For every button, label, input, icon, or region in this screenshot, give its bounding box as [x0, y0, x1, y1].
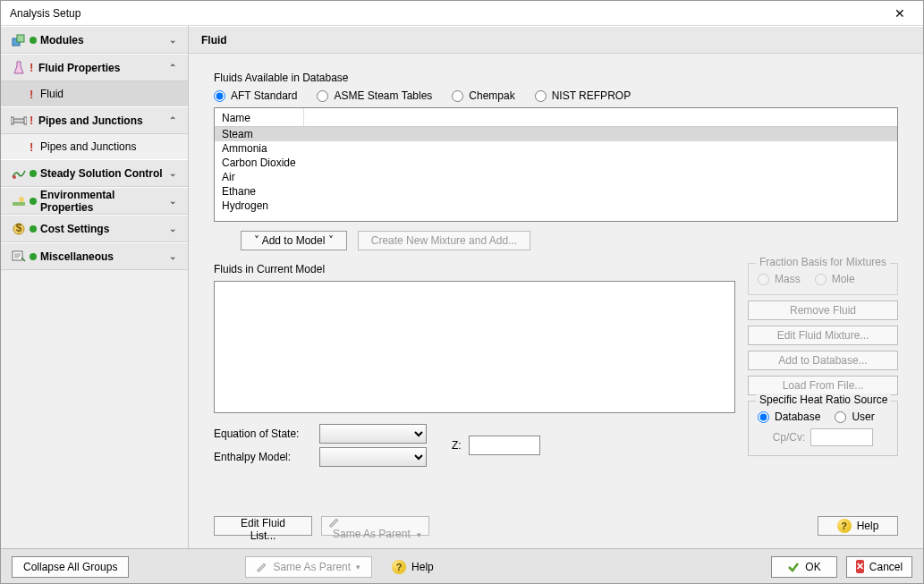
chevron-down-icon: ⌄ — [165, 251, 181, 261]
current-model-list[interactable] — [214, 281, 735, 413]
svg-text:$: $ — [16, 223, 22, 234]
svg-rect-7 — [13, 202, 25, 206]
environment-icon — [8, 195, 30, 207]
sidebar-label: Environmental Properties — [40, 189, 165, 214]
steady-icon — [8, 167, 30, 180]
sidebar-item-fluid-properties[interactable]: ! Fluid Properties ⌃ — [1, 54, 188, 81]
flask-icon — [8, 61, 30, 75]
footer-bar: Collapse All Groups Same As Parent ▾ ? H… — [1, 548, 923, 584]
sidebar-item-steady-solution[interactable]: Steady Solution Control ⌄ — [1, 159, 188, 187]
content-title: Fluid — [189, 26, 923, 54]
add-to-model-button[interactable]: ˅ Add to Model ˅ — [241, 231, 347, 250]
footer-help-button[interactable]: ? Help — [381, 556, 445, 578]
misc-icon — [8, 250, 30, 263]
status-dot-icon — [30, 253, 37, 260]
sidebar-label: Steady Solution Control — [40, 167, 165, 180]
svg-rect-4 — [24, 117, 27, 124]
edit-mixture-button: Edit Fluid Mixture... — [748, 326, 898, 345]
warning-icon: ! — [30, 88, 35, 101]
list-item[interactable]: Air — [215, 170, 897, 184]
radio-aft-standard[interactable]: AFT Standard — [214, 89, 297, 102]
sidebar-item-pipes-junctions-sub[interactable]: ! Pipes and Junctions — [1, 134, 188, 159]
sidebar-item-environmental[interactable]: Environmental Properties ⌄ — [1, 187, 188, 215]
content-panel: Fluid Fluids Available in Database AFT S… — [189, 26, 923, 548]
list-item[interactable]: Ammonia — [215, 141, 897, 156]
cpcv-input — [810, 428, 873, 446]
fluid-database-list[interactable]: Name Steam Ammonia Carbon Dioxide Air Et… — [214, 107, 898, 222]
db-radio-row: AFT Standard ASME Steam Tables Chempak N… — [214, 89, 898, 102]
sidebar-label: Fluid Properties — [38, 62, 165, 74]
status-dot-icon — [30, 37, 37, 44]
sidebar-label: Fluid — [40, 88, 64, 100]
radio-mole: Mole — [815, 273, 855, 285]
radio-asme-steam[interactable]: ASME Steam Tables — [317, 89, 432, 102]
eq-state-label: Equation of State: — [214, 427, 312, 440]
chevron-up-icon: ⌃ — [165, 115, 181, 125]
close-button[interactable]: ✕ — [882, 2, 918, 25]
edit-fluid-list-button[interactable]: Edit Fluid List... — [214, 516, 312, 536]
fraction-basis-group: Fraction Basis for Mixtures Mass Mole — [748, 263, 898, 295]
eq-state-select[interactable] — [319, 424, 427, 444]
help-button[interactable]: ? Help — [818, 516, 898, 536]
collapse-all-button[interactable]: Collapse All Groups — [12, 556, 129, 578]
heat-ratio-group: Specific Heat Ratio Source Database User… — [748, 401, 898, 456]
warning-icon: ! — [30, 61, 35, 74]
chevron-down-icon: ⌄ — [165, 196, 181, 206]
x-icon: ✕ — [856, 560, 864, 573]
sidebar-label: Cost Settings — [40, 223, 165, 235]
enthalpy-select[interactable] — [319, 447, 427, 467]
list-item[interactable]: Steam — [215, 127, 897, 141]
radio-database[interactable]: Database — [758, 410, 820, 423]
chevron-up-icon: ⌃ — [165, 63, 181, 72]
pipes-icon — [8, 115, 30, 126]
help-icon: ? — [837, 519, 852, 533]
title-bar: Analysis Setup ✕ — [1, 1, 923, 26]
list-item[interactable]: Ethane — [215, 184, 897, 199]
list-header: Name — [215, 108, 897, 127]
current-label: Fluids in Current Model — [214, 263, 735, 275]
load-from-file-button: Load From File... — [748, 376, 898, 395]
cancel-button[interactable]: ✕ Cancel — [846, 556, 912, 578]
z-label: Z: — [452, 439, 462, 452]
radio-user[interactable]: User — [835, 410, 874, 423]
radio-nist-refprop[interactable]: NIST REFPROP — [535, 89, 631, 102]
help-icon: ? — [392, 560, 406, 574]
warning-icon: ! — [30, 140, 35, 154]
sidebar-label: Modules — [40, 34, 165, 47]
list-item[interactable]: Carbon Dioxide — [215, 156, 897, 170]
radio-chempak[interactable]: Chempak — [452, 89, 514, 102]
footer-same-as-parent-button: Same As Parent ▾ — [245, 556, 372, 578]
sidebar-item-misc[interactable]: Miscellaneous ⌄ — [1, 242, 188, 270]
sidebar: Modules ⌄ ! Fluid Properties ⌃ ! Fluid !… — [1, 26, 189, 548]
cost-icon: $ — [8, 223, 30, 235]
pencil-icon — [329, 517, 421, 528]
status-dot-icon — [30, 225, 37, 233]
sidebar-label: Miscellaneous — [40, 250, 165, 263]
chevron-down-icon: ⌄ — [165, 168, 181, 178]
sidebar-item-modules[interactable]: Modules ⌄ — [1, 26, 188, 54]
col-name[interactable]: Name — [215, 108, 304, 126]
sidebar-item-fluid[interactable]: ! Fluid — [1, 81, 188, 106]
ok-button[interactable]: OK — [771, 556, 837, 578]
z-input[interactable] — [469, 436, 540, 455]
svg-point-6 — [19, 197, 24, 202]
db-label: Fluids Available in Database — [214, 72, 898, 84]
sidebar-item-pipes-junctions[interactable]: ! Pipes and Junctions ⌃ — [1, 106, 188, 134]
cpcv-label: Cp/Cv: — [773, 431, 806, 444]
modules-icon — [8, 34, 30, 47]
warning-icon: ! — [30, 114, 35, 127]
window-title: Analysis Setup — [6, 7, 81, 20]
same-as-parent-button: Same As Parent ▾ — [321, 516, 429, 536]
sidebar-label: Pipes and Junctions — [40, 140, 136, 153]
create-mixture-button: Create New Mixture and Add... — [358, 231, 530, 250]
sidebar-label: Pipes and Junctions — [38, 114, 165, 127]
radio-mass: Mass — [758, 273, 801, 285]
chevron-down-icon: ⌄ — [165, 35, 181, 45]
status-dot-icon — [30, 198, 37, 205]
sidebar-item-cost[interactable]: $ Cost Settings ⌄ — [1, 215, 188, 242]
fraction-basis-legend: Fraction Basis for Mixtures — [756, 256, 890, 268]
list-item[interactable]: Hydrogen — [215, 199, 897, 213]
svg-point-5 — [13, 175, 16, 179]
heat-ratio-legend: Specific Heat Ratio Source — [756, 394, 891, 406]
remove-fluid-button: Remove Fluid — [748, 300, 898, 320]
